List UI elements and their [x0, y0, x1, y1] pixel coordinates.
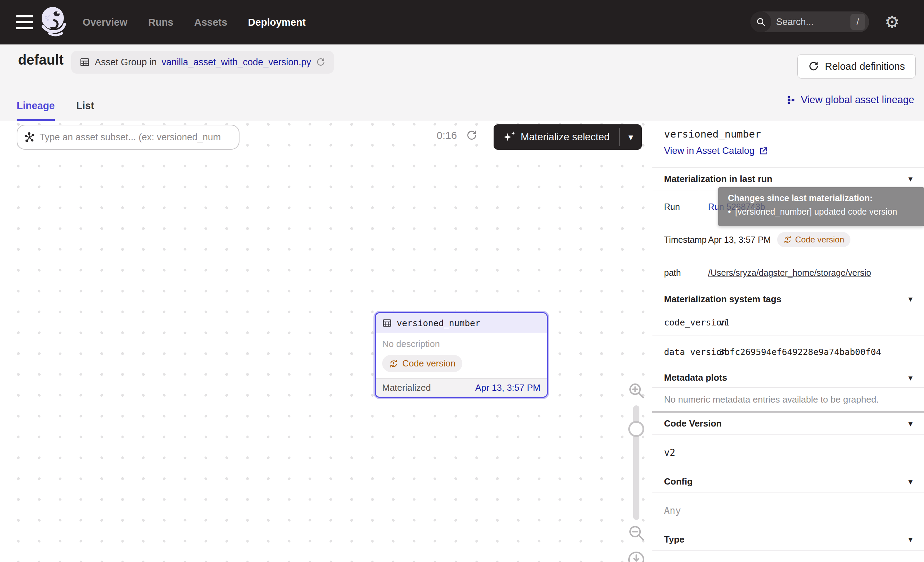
refresh-timer: 0:16 [436, 129, 478, 141]
section-title: Metadata plots [664, 372, 727, 383]
primary-nav: Overview Runs Assets Deployment [82, 0, 306, 45]
view-global-asset-lineage-link[interactable]: View global asset lineage [786, 94, 914, 105]
asset-group-file-link[interactable]: vanilla_asset_with_code_version.py [162, 57, 311, 68]
search-input[interactable] [771, 17, 850, 27]
nav-runs[interactable]: Runs [148, 17, 174, 28]
path-value-link[interactable]: /Users/sryza/dagster_home/storage/versio [708, 268, 871, 278]
page-header: default Asset Group in vanilla_asset_wit… [0, 45, 924, 121]
timestamp-label: Timestamp [652, 223, 699, 256]
asset-node-header: versioned_number [376, 313, 547, 333]
nav-deployment[interactable]: Deployment [248, 17, 306, 28]
chevron-down-icon: ▾ [908, 373, 912, 383]
external-link-icon [759, 146, 768, 156]
data-version-value: 3bfc269594ef649228e9a74bab00f04 [710, 336, 924, 368]
reload-definitions-button[interactable]: Reload definitions [797, 54, 916, 78]
view-tabs: Lineage List [16, 100, 94, 121]
view-in-asset-catalog-link[interactable]: View in Asset Catalog [664, 146, 768, 156]
search-icon [750, 12, 771, 32]
code-version-key: code_version [652, 309, 710, 335]
chevron-down-icon: ▾ [908, 294, 912, 304]
asset-node-description: No description [382, 339, 540, 349]
section-title: Materialization system tags [664, 294, 782, 305]
refresh-icon [808, 61, 819, 72]
view-in-asset-catalog-label: View in Asset Catalog [664, 146, 754, 156]
asset-group-label: Asset Group in [95, 57, 157, 68]
asset-node-versioned-number[interactable]: versioned_number No description Code ver… [374, 311, 549, 399]
materialized-status-label: Materialized [382, 382, 431, 393]
chevron-down-icon: ▾ [908, 477, 912, 487]
changes-tooltip-title: Changes since last materialization: [728, 193, 915, 203]
timestamp-value: Apr 13, 3:57 PM [708, 235, 771, 245]
code-version-current-value: v2 [664, 447, 675, 458]
changed-icon [389, 359, 398, 368]
materialize-selected-label: Materialize selected [520, 131, 609, 143]
graph-query-icon [24, 132, 35, 143]
code-version-badge: Code version [382, 355, 462, 372]
top-nav: Overview Runs Assets Deployment / ⚙ [0, 0, 924, 45]
timestamp-row: Timestamp Apr 13, 3:57 PM Code version [652, 223, 924, 256]
section-title: Code Version [664, 418, 722, 429]
code-version-badge: Code version [777, 232, 850, 247]
zoom-slider[interactable] [633, 405, 639, 520]
dagster-logo[interactable] [39, 5, 68, 40]
panel-asset-name: versioned_number [664, 128, 761, 140]
download-image-icon[interactable] [627, 550, 646, 562]
timer-value: 0:16 [436, 129, 457, 141]
asset-subset-input[interactable] [40, 132, 232, 143]
data-version-tag-row: data_version 3bfc269594ef649228e9a74bab0… [652, 336, 924, 368]
section-metadata-plots[interactable]: Metadata plots ▾ [652, 368, 924, 388]
shortcut-slash-badge: / [850, 14, 865, 30]
materialize-selected-button[interactable]: Materialize selected [494, 124, 619, 150]
table-icon [382, 318, 392, 328]
bullet-icon: • [728, 207, 731, 217]
asset-node-card: versioned_number No description Code ver… [375, 312, 548, 398]
tab-lineage[interactable]: Lineage [16, 100, 55, 121]
asset-subset-filter[interactable] [16, 125, 240, 150]
materialize-button-group: Materialize selected ▾ [494, 124, 642, 150]
zoom-in-icon[interactable] [627, 381, 646, 400]
metadata-plots-empty-text: No numeric metadata entries available to… [664, 388, 879, 411]
code-version-tag-row: code_version v1 [652, 309, 924, 336]
code-version-badge-label: Code version [402, 358, 455, 369]
path-label: path [652, 256, 699, 289]
table-icon [80, 57, 90, 68]
page-title: default [18, 52, 63, 68]
dagster-app: Overview Runs Assets Deployment / ⚙ defa… [0, 0, 924, 562]
nav-overview[interactable]: Overview [82, 17, 128, 28]
data-version-key: data_version [652, 336, 710, 368]
section-materialization-system-tags[interactable]: Materialization system tags ▾ [652, 289, 924, 309]
zoom-slider-handle[interactable] [628, 421, 644, 437]
changes-tooltip-item: [versioned_number] updated code version [735, 207, 897, 217]
asset-node-name: versioned_number [397, 318, 480, 328]
changes-tooltip: Changes since last materialization: • [v… [718, 187, 924, 226]
section-code-version[interactable]: Code Version ▾ [652, 413, 924, 434]
search-bar[interactable]: / [750, 12, 869, 32]
section-config[interactable]: Config ▾ [652, 471, 924, 493]
chevron-down-icon: ▾ [908, 174, 912, 184]
chevron-down-icon: ▾ [908, 419, 912, 428]
asset-detail-panel: versioned_number View in Asset Catalog M… [652, 121, 924, 562]
materialize-options-caret[interactable]: ▾ [620, 124, 642, 150]
sparkle-icon [503, 131, 515, 143]
chevron-down-icon: ▾ [908, 535, 912, 544]
tab-list[interactable]: List [76, 100, 94, 121]
refresh-icon[interactable] [466, 129, 478, 141]
asset-node-body: No description Code version [376, 333, 547, 378]
section-title: Type [664, 534, 684, 545]
code-version-value: v1 [710, 309, 924, 335]
code-version-badge-label: Code version [795, 235, 844, 245]
zoom-out-icon[interactable] [627, 523, 646, 542]
view-global-asset-lineage-label: View global asset lineage [801, 94, 914, 105]
refresh-icon[interactable] [316, 57, 326, 67]
path-row: path /Users/sryza/dagster_home/storage/v… [652, 256, 924, 289]
materialized-timestamp[interactable]: Apr 13, 3:57 PM [475, 382, 540, 393]
gear-icon[interactable]: ⚙ [882, 12, 902, 32]
asset-node-footer: Materialized Apr 13, 3:57 PM [376, 378, 547, 397]
lineage-canvas[interactable]: 0:16 Materialize selected [0, 121, 652, 562]
menu-icon[interactable] [16, 15, 33, 29]
section-title: Materialization in last run [664, 174, 772, 185]
nav-assets[interactable]: Assets [194, 17, 227, 28]
asset-group-tag: Asset Group in vanilla_asset_with_code_v… [71, 51, 334, 74]
section-type[interactable]: Type ▾ [652, 529, 924, 550]
reload-definitions-label: Reload definitions [825, 61, 905, 72]
